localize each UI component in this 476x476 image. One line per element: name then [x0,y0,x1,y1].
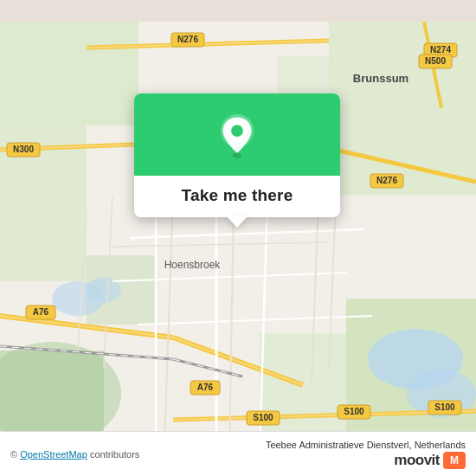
bottom-bar: © OpenStreetMap contributors Teebee Admi… [0,431,476,476]
svg-point-69 [233,152,241,158]
take-me-there-label[interactable]: Take me there [182,186,293,204]
popup-card[interactable]: Take me there [134,93,340,217]
svg-text:N500: N500 [425,56,446,66]
location-pin-icon [215,114,260,159]
moovit-logo: moovit M [394,452,466,469]
svg-text:N276: N276 [177,35,198,44]
copyright-symbol: © [10,449,17,460]
svg-text:S100: S100 [344,407,364,416]
svg-text:S100: S100 [253,413,273,422]
svg-rect-1 [0,22,138,125]
svg-text:Hoensbroek: Hoensbroek [164,259,222,271]
svg-point-70 [231,125,243,137]
moovit-icon: M [443,452,466,469]
location-name: Teebee Administratieve Dienstverl, Nethe… [266,440,466,450]
svg-text:N276: N276 [376,176,397,185]
osm-link[interactable]: OpenStreetMap [20,449,87,460]
svg-text:A76: A76 [33,307,49,317]
map-container: N276 N300 N274 N276 N500 A76 A76 S100 S1… [0,0,476,476]
right-section: Teebee Administratieve Dienstverl, Nethe… [266,440,466,469]
svg-text:A76: A76 [197,383,214,392]
popup-header [134,93,340,176]
svg-text:Brunssum: Brunssum [353,72,408,85]
moovit-text: moovit [394,452,440,469]
svg-text:N300: N300 [13,145,34,154]
map-layer: N276 N300 N274 N276 N500 A76 A76 S100 S1… [0,0,476,476]
svg-text:S100: S100 [434,402,455,412]
attribution-section: © OpenStreetMap contributors [10,449,266,460]
svg-text:N274: N274 [430,45,451,55]
popup-footer[interactable]: Take me there [134,176,340,217]
contributors-text: contributors [90,449,139,460]
